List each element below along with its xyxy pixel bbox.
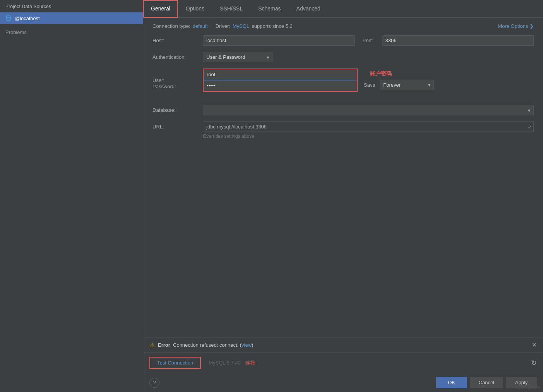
password-label: Password: [152, 84, 203, 89]
annotation-text: 账户密码 [370, 70, 434, 77]
database-icon [5, 15, 12, 21]
tab-schemas[interactable]: Schemas [250, 0, 288, 18]
url-label: URL: [152, 122, 203, 130]
connection-type-row: Connection type: default Driver: MySQL s… [152, 23, 534, 29]
credentials-group [203, 68, 358, 92]
tab-options[interactable]: Options [178, 0, 212, 18]
ok-button[interactable]: OK [436, 377, 467, 388]
url-row: URL: ⤢ Overrides settings above [152, 122, 534, 139]
bottom-bar: Test Connection MySQL 5.7.40 连接 ↺ [143, 353, 543, 373]
help-button[interactable]: ? [149, 378, 159, 388]
error-bar: ⚠ Error: Connection refused: connect. (v… [143, 337, 543, 353]
driver-version: MySQL 5.7.40 [209, 360, 241, 366]
sidebar-item-localhost[interactable]: @localhost [0, 12, 143, 24]
dialog-body: Project Data Sources @localhost Problems [0, 0, 543, 392]
watermark: CSDN @hn张 [516, 385, 540, 390]
refresh-button[interactable]: ↺ [531, 359, 537, 367]
db-input[interactable] [203, 105, 534, 115]
error-bold: Error [158, 342, 170, 348]
error-message: Error: Connection refused: connect. (vie… [158, 342, 253, 348]
auth-row: Authentication: User & Password No auth … [152, 52, 534, 62]
db-input-wrap [203, 105, 534, 115]
save-label: Save: [364, 82, 377, 88]
main-content: General Options SSH/SSL Schemas Advanced… [143, 0, 543, 392]
host-input[interactable] [203, 35, 355, 46]
tab-advanced[interactable]: Advanced [289, 0, 328, 18]
chinese-note: 连接 [245, 359, 255, 366]
expand-icon[interactable]: ⤢ [528, 124, 531, 129]
cancel-button[interactable]: Cancel [470, 377, 503, 388]
dialog: Project Data Sources @localhost Problems [0, 0, 543, 392]
sidebar-localhost-label: @localhost [15, 15, 40, 21]
url-input-wrap: ⤢ [203, 122, 534, 132]
driver-label: Driver: [216, 23, 230, 29]
auth-select[interactable]: User & Password No auth Username [203, 52, 272, 62]
more-options-link[interactable]: More Options ❯ [498, 23, 534, 29]
sidebar-title: Project Data Sources [0, 0, 143, 12]
conn-type-label: Connection type: [152, 23, 190, 29]
tab-sshssl[interactable]: SSH/SSL [212, 0, 250, 18]
driver-since: supports since 5.2 [252, 23, 293, 29]
url-input[interactable] [203, 122, 534, 132]
test-connection-button[interactable]: Test Connection [149, 357, 201, 369]
user-input[interactable] [204, 69, 357, 80]
driver-value[interactable]: MySQL [233, 23, 249, 29]
user-label: User: [152, 77, 203, 83]
tabs-bar: General Options SSH/SSL Schemas Advanced [143, 0, 543, 18]
host-label: Host: [152, 38, 203, 43]
conn-type-value[interactable]: default [193, 23, 208, 29]
port-label: Port: [363, 38, 382, 43]
auth-label: Authentication: [152, 54, 203, 60]
tab-general[interactable]: General [143, 0, 178, 18]
error-close-btn[interactable]: ✕ [532, 341, 537, 349]
auth-select-wrap: User & Password No auth Username [203, 52, 272, 62]
warning-icon: ⚠ [149, 341, 155, 349]
db-label: Database: [152, 107, 203, 113]
dialog-footer: ? OK Cancel Apply [143, 373, 543, 392]
password-input[interactable] [204, 80, 357, 91]
host-row: Host: Port: [152, 35, 534, 46]
general-content: Connection type: default Driver: MySQL s… [143, 18, 543, 337]
database-row: Database: [152, 105, 534, 115]
port-input[interactable] [382, 35, 534, 46]
sidebar-problems: Problems [0, 24, 143, 41]
sidebar: Project Data Sources @localhost Problems [0, 0, 143, 392]
save-select[interactable]: ForeverUntil restartNever [380, 80, 434, 90]
error-view-link[interactable]: view [242, 342, 252, 348]
url-hint: Overrides settings above [203, 134, 534, 139]
